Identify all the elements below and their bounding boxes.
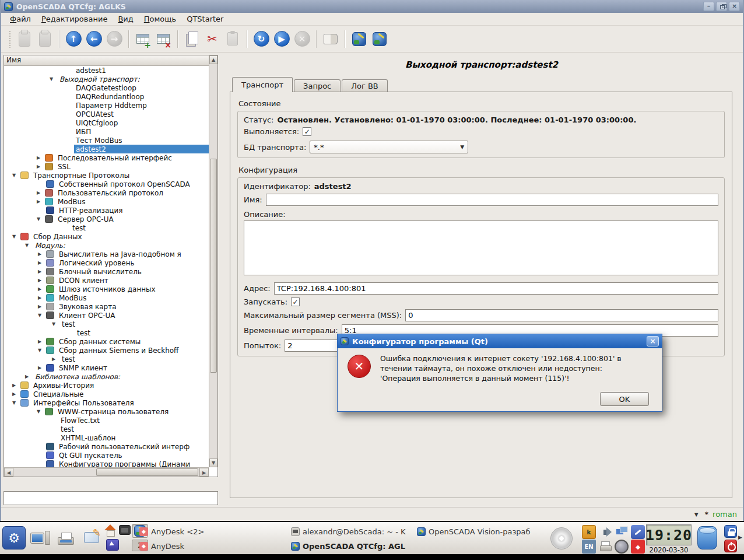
manual-icon[interactable] xyxy=(321,29,340,49)
up-icon[interactable]: ↑ xyxy=(64,29,83,49)
add-item-icon[interactable]: + xyxy=(134,29,152,49)
taskbar-window-button[interactable]: alexandr@DebScada: ~ - K xyxy=(289,525,414,538)
anydesk-blue-icon[interactable] xyxy=(631,525,645,539)
collapsed-arrow-icon[interactable]: ▶ xyxy=(38,295,46,300)
tree-item[interactable]: ▶Специальные xyxy=(4,390,209,398)
tree-item[interactable]: ▶DCON клиент xyxy=(4,276,209,285)
taskbar-window-button[interactable]: ◆AnyDesk xyxy=(138,540,287,552)
tree-item[interactable]: ▶ModBus xyxy=(4,197,209,206)
restore-button[interactable] xyxy=(716,2,727,11)
menu-item-2[interactable]: Вид xyxy=(113,13,138,24)
hscroll-thumb[interactable] xyxy=(96,468,198,476)
tree-filter-input[interactable] xyxy=(3,491,218,505)
tree-item[interactable]: ▶Последовательный интерфейс xyxy=(4,153,209,162)
collapsed-arrow-icon[interactable]: ▶ xyxy=(37,164,45,169)
taskbar-window-button[interactable]: OpenSCADA QTCfg: AGL xyxy=(289,540,428,552)
tree-item[interactable]: ▼Сбор данных Siemens и Beckhoff xyxy=(4,346,209,355)
expanded-arrow-icon[interactable]: ▼ xyxy=(38,348,46,353)
expanded-arrow-icon[interactable]: ▼ xyxy=(52,321,60,327)
current-user[interactable]: roman xyxy=(713,510,737,519)
tree-item[interactable]: test xyxy=(4,425,209,433)
collapsed-arrow-icon[interactable]: ▶ xyxy=(38,339,46,344)
tree-item[interactable]: ▼Сервер OPC-UA xyxy=(4,215,209,223)
menu-item-4[interactable]: QTStarter xyxy=(181,13,229,24)
tree-item[interactable]: Рабочий пользовательский интерф xyxy=(4,442,209,451)
tree-item[interactable]: ▼Сбор Данных xyxy=(4,232,209,241)
collapsed-arrow-icon[interactable]: ▶ xyxy=(38,260,46,265)
expanded-arrow-icon[interactable]: ▼ xyxy=(37,216,45,222)
collapsed-arrow-icon[interactable]: ▶ xyxy=(25,374,33,379)
tree-item[interactable]: Qt GUI пускатель xyxy=(4,451,209,460)
tree-item[interactable]: ▶Логический уровень xyxy=(4,258,209,267)
tree-item[interactable]: test xyxy=(4,328,209,337)
dialog-close-icon[interactable]: × xyxy=(647,336,659,346)
tree-item[interactable]: adstest2 xyxy=(4,145,209,153)
printer-launcher-icon[interactable] xyxy=(55,527,77,548)
scroll-right-icon[interactable]: ▶ xyxy=(199,468,209,477)
tree-item[interactable]: ▶Шлюз источников данных xyxy=(4,285,209,293)
tree-item[interactable]: Параметр Hddtemp xyxy=(4,101,209,110)
db-transport-select[interactable]: *.* ▼ xyxy=(310,141,468,153)
tree-item[interactable]: ▶Архивы-История xyxy=(4,381,209,390)
notes-launcher-icon[interactable] xyxy=(80,528,103,546)
tree-item[interactable]: ▶Звуковая карта xyxy=(4,302,209,311)
tab-запрос[interactable]: Запрос xyxy=(294,79,341,92)
qtcfg-launch-icon[interactable] xyxy=(370,29,389,49)
copy-icon[interactable] xyxy=(183,29,201,49)
printer-tray-icon[interactable] xyxy=(598,540,612,554)
tree-item[interactable]: HTTP-реализация xyxy=(4,206,209,215)
tree-item[interactable]: adstest1 xyxy=(4,66,209,75)
mss-input[interactable] xyxy=(405,309,718,321)
collapsed-arrow-icon[interactable]: ▶ xyxy=(52,356,60,362)
taskbar-window-button[interactable]: OpenSCADA Vision-разраб xyxy=(415,525,550,538)
tree-item[interactable]: ▶Сбор данных системы xyxy=(4,337,209,346)
tree-item[interactable]: Собственный протокол OpenSCADA xyxy=(4,180,209,188)
tree-item[interactable]: ▼Модуль: xyxy=(4,241,209,250)
collapsed-arrow-icon[interactable]: ▶ xyxy=(37,155,45,160)
attempts-input[interactable] xyxy=(285,340,344,352)
editor-launcher-icon[interactable] xyxy=(106,539,119,551)
collapsed-arrow-icon[interactable]: ▶ xyxy=(38,286,46,292)
tree-item[interactable]: UIQtCfgloop xyxy=(4,118,209,127)
tree-item[interactable]: ▶SSL xyxy=(4,162,209,171)
tree-header[interactable]: Имя xyxy=(4,55,209,66)
tree-item[interactable]: ▼Интерфейсы Пользователя xyxy=(4,398,209,407)
expanded-arrow-icon[interactable]: ▼ xyxy=(12,400,20,405)
tree-item[interactable]: ▶SNMP клиент xyxy=(4,363,209,372)
klipper-icon[interactable]: k xyxy=(582,525,596,539)
delete-item-icon[interactable]: × xyxy=(154,29,173,49)
tree-item[interactable]: ИБП xyxy=(4,127,209,136)
tree-item[interactable]: ▼Клиент OPC-UA xyxy=(4,311,209,320)
collapsed-arrow-icon[interactable]: ▶ xyxy=(38,278,46,283)
taskbar-window-button[interactable]: ◆AnyDesk <2> xyxy=(138,525,287,538)
vscroll-thumb[interactable] xyxy=(210,159,217,373)
anydesk-red-icon[interactable]: ◆ xyxy=(631,540,645,554)
lock-icon[interactable] xyxy=(724,525,737,538)
tree-item[interactable]: ▼WWW-страница пользователя xyxy=(4,407,209,416)
tree-item[interactable]: ▼Выходной транспорт: xyxy=(4,75,209,83)
terminal-launcher-icon[interactable] xyxy=(119,525,131,535)
tray-expander-icon[interactable]: ▶ xyxy=(738,534,743,541)
window-titlebar[interactable]: OpenSCADA QTCfg: AGLKS –× xyxy=(1,0,743,13)
tree-item[interactable]: ▶Блочный вычислитель xyxy=(4,267,209,276)
cut-icon[interactable]: ✂ xyxy=(203,29,222,49)
running-checkbox[interactable]: ✓ xyxy=(303,127,311,136)
collapsed-arrow-icon[interactable]: ▶ xyxy=(38,304,46,309)
scroll-up-icon[interactable]: ▲ xyxy=(209,55,217,64)
collapsed-arrow-icon[interactable]: ▶ xyxy=(12,383,20,388)
tree-item[interactable]: ▶ModBus xyxy=(4,293,209,302)
dialog-titlebar[interactable]: Конфигуратор программы (Qt) × xyxy=(338,334,662,348)
tree-item[interactable]: Тест ModBus xyxy=(4,136,209,145)
scroll-down-icon[interactable]: ▼ xyxy=(209,459,217,467)
close-button[interactable]: × xyxy=(729,2,740,11)
headset-icon[interactable] xyxy=(615,540,629,554)
tree-item[interactable]: ▼Транспортные Протоколы xyxy=(4,171,209,180)
tab-лог-вв[interactable]: Лог ВВ xyxy=(342,79,388,92)
tree-item[interactable]: XHTML-шаблон xyxy=(4,433,209,442)
tde-menu-button[interactable] xyxy=(2,526,26,550)
address-input[interactable] xyxy=(274,282,718,295)
expanded-arrow-icon[interactable]: ▼ xyxy=(37,409,45,414)
collapsed-arrow-icon[interactable]: ▶ xyxy=(38,251,46,257)
expanded-arrow-icon[interactable]: ▼ xyxy=(25,243,33,248)
system-launcher-icon[interactable] xyxy=(29,528,51,548)
